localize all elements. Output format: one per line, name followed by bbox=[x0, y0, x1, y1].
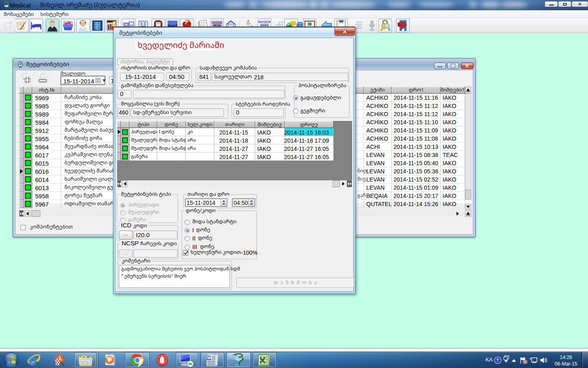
svg-text:?: ? bbox=[496, 358, 499, 363]
svg-text:e: e bbox=[29, 353, 37, 367]
svg-text:1: 1 bbox=[114, 21, 116, 25]
svg-text:INVOICE: INVOICE bbox=[258, 20, 270, 24]
